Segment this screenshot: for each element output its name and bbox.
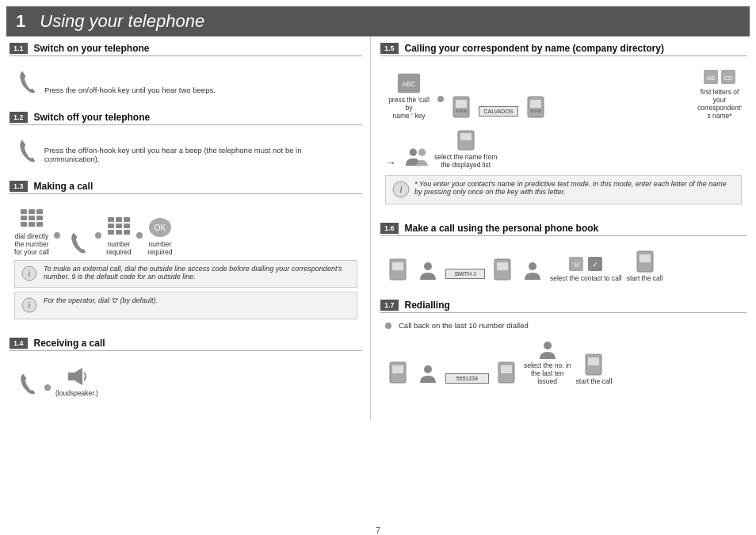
phone5c-icon: [453, 128, 479, 153]
icon-col-r2: [494, 360, 519, 385]
svg-rect-24: [68, 373, 74, 380]
icon-col-pb3: ☏ ✓ select the contact to call: [550, 255, 622, 282]
svg-rect-35: [530, 109, 533, 113]
section-1-1-content: Press the on/off-hook key until you hear…: [10, 61, 362, 101]
svg-point-62: [424, 365, 432, 373]
section-1-4-header: 1.4 Receiving a call: [10, 338, 362, 351]
svg-point-42: [410, 149, 417, 156]
r-person-icon: [415, 360, 441, 385]
icon-col-handset-3: [65, 231, 90, 256]
r1-icon: [385, 360, 410, 385]
icon-col-r3: start the call: [576, 352, 613, 385]
section-1-5-header: 1.5 Calling your correspondent by name (…: [380, 43, 746, 56]
section-1-6-header: 1.6 Make a call using the personal phone…: [380, 223, 746, 236]
svg-rect-1: [29, 209, 35, 214]
section-1-5-title: Calling your correspondent by name (comp…: [405, 43, 664, 54]
section-1-7-title: Redialling: [405, 300, 450, 311]
chapter-number: 1: [16, 11, 25, 32]
chapter-title: Using your telephone: [40, 11, 204, 32]
icon-col-keypad2: number required: [106, 215, 132, 256]
svg-rect-37: [538, 109, 541, 113]
svg-rect-4: [29, 216, 35, 220]
section-1-2-body: Press the off/on-hook key until you hear…: [44, 146, 357, 163]
arrow-icon-5: →: [385, 156, 396, 169]
right-column: 1.5 Calling your correspondent by name (…: [371, 36, 750, 421]
svg-rect-13: [116, 224, 122, 228]
label-pb-start: start the call: [627, 274, 663, 282]
section-1-3-note2: i For the operator, dial '0' (by default…: [14, 292, 357, 319]
section-1-7-num: 1.7: [380, 300, 399, 311]
section-1-7-content: Call back on the last 10 number dialled: [380, 318, 746, 392]
svg-rect-34: [530, 100, 541, 108]
pb-screen: SMITH J: [445, 269, 485, 279]
label-r-start: start the call: [576, 377, 613, 385]
svg-text:CD: CD: [724, 75, 733, 82]
label-pb-select: select the contact to call: [550, 274, 622, 282]
handset-icon-3: [65, 231, 90, 256]
label-firstletters: first letters of your correspondent' s n…: [697, 88, 742, 120]
svg-rect-31: [460, 109, 463, 113]
svg-point-53: [529, 262, 536, 270]
pb-person2-icon: [520, 257, 545, 282]
section-1-7-body-row: Call back on the last 10 number dialled: [385, 321, 742, 330]
phone5-icon: [449, 94, 474, 120]
icon-col-r-person: [415, 360, 441, 385]
section-1-5-note-text: * You enter your contact's name in predi…: [414, 180, 735, 196]
r-person2-icon: [535, 336, 560, 361]
pb4-icon: [632, 249, 658, 274]
label-loudspeaker: (loudspeaker.): [55, 389, 98, 397]
svg-rect-2: [36, 209, 43, 214]
section-1-2-num: 1.2: [10, 112, 28, 123]
keypad-icon-2: [106, 215, 132, 240]
svg-rect-6: [21, 222, 27, 227]
screen-display-5: CALVADOS: [479, 106, 518, 117]
persons-icon: [404, 143, 430, 169]
callname-icon: ABC: [396, 71, 422, 96]
section-1-7-body: Call back on the last 10 number dialled: [399, 321, 529, 330]
svg-rect-30: [456, 109, 459, 113]
svg-rect-5: [36, 216, 43, 220]
handset-icon-4: [14, 372, 40, 397]
svg-rect-52: [497, 262, 508, 270]
svg-rect-14: [124, 224, 130, 228]
icon-col-pb-screen: SMITH J: [445, 269, 485, 282]
section-1-4-icons: (loudspeaker.): [14, 364, 357, 397]
section-1-5: 1.5 Calling your correspondent by name (…: [380, 43, 746, 212]
icon-col-pb2: [490, 257, 515, 282]
icon-col-callname: ABC press the 'call by name ' key: [385, 71, 433, 120]
label-num2: number required: [106, 240, 131, 256]
section-1-4: 1.4 Receiving a call: [10, 338, 362, 403]
section-1-3-note1: i To make an external call, dial the out…: [14, 260, 357, 288]
svg-rect-16: [116, 230, 122, 235]
icon-col-firstletters: AB CD first letters of your corresponden…: [697, 69, 742, 120]
svg-text:AB: AB: [707, 75, 716, 82]
handset-icon: [14, 69, 40, 94]
dot-5a: [437, 96, 444, 120]
icon-col-r1: [385, 360, 410, 385]
svg-rect-49: [392, 262, 403, 270]
icon-col-speaker: (loudspeaker.): [55, 364, 98, 397]
oval-icon: OK: [147, 215, 173, 240]
note-icon-2: i: [21, 297, 39, 315]
page-header: 1 Using your telephone: [6, 6, 750, 36]
section-1-2-icons: Press the off/on-hook key until you hear…: [14, 138, 357, 163]
section-1-4-content: (loudspeaker.): [10, 356, 362, 403]
svg-rect-10: [116, 217, 122, 222]
svg-rect-36: [534, 109, 537, 113]
svg-rect-15: [108, 230, 114, 235]
svg-rect-7: [29, 222, 35, 227]
note-icon-1: i: [21, 266, 39, 283]
section-1-3: 1.3 Making a call: [10, 181, 362, 327]
icon-col-oval: OK number required: [147, 215, 173, 256]
pb2-icon: [490, 257, 515, 282]
speaker-icon: [64, 364, 90, 389]
section-1-7: 1.7 Redialling Call back on the last 10 …: [380, 300, 746, 392]
page-number: 7: [376, 525, 380, 535]
section-1-2-header: 1.2 Switch off your telephone: [10, 112, 362, 125]
section-1-1-title: Switch on your telephone: [34, 43, 150, 54]
section-1-5-icons-row1: ABC press the 'call by name ' key: [385, 69, 742, 120]
section-1-1: 1.1 Switch on your telephone Press the o…: [10, 43, 362, 101]
section-1-6-content: SMITH J: [380, 241, 746, 289]
icon-col-pb4: start the call: [627, 249, 663, 282]
icon-col-pb1: [385, 257, 410, 282]
